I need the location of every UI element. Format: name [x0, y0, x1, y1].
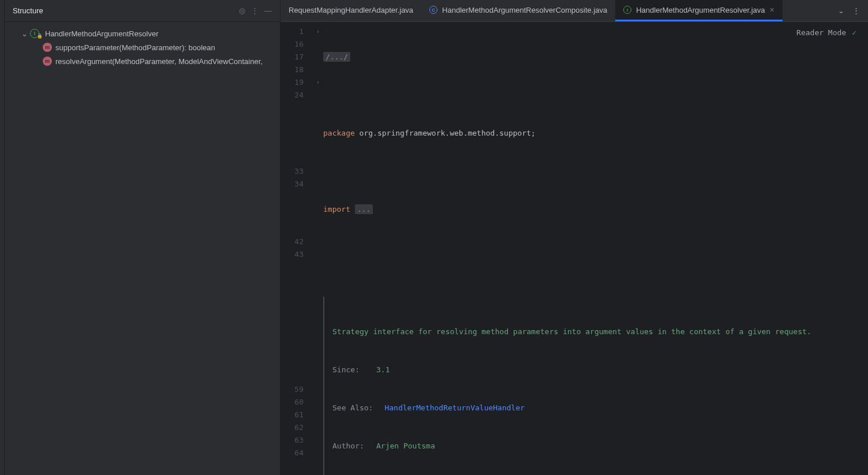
fold-icon[interactable]: › — [313, 76, 323, 89]
line-number: 33 — [280, 165, 313, 178]
chevron-down-icon[interactable]: ⌄ — [21, 30, 28, 37]
gutter: 1 16 17 18 19 24 33 34 42 43 59 60 61 62… — [280, 22, 313, 475]
structure-title: Structure — [13, 6, 239, 15]
method-icon: m — [43, 43, 52, 52]
interface-icon: I — [623, 6, 631, 14]
tree-node-method[interactable]: m resolveArgument(MethodParameter, Model… — [5, 54, 280, 68]
tree-node-method[interactable]: m supportsParameter(MethodParameter): bo… — [5, 40, 280, 54]
structure-header: Structure ◎ ⋮ — — [5, 0, 280, 22]
keyword: package — [323, 129, 355, 137]
tab-resolver[interactable]: I HandlerMethodArgumentResolver.java × — [615, 0, 782, 21]
javadoc-author-label: Author: — [332, 441, 365, 451]
line-number: 18 — [280, 63, 313, 76]
line-number: 16 — [280, 38, 313, 51]
javadoc-see-label: See Also: — [332, 403, 373, 413]
javadoc-author: Arjen Poutsma — [376, 441, 868, 451]
chevron-down-icon[interactable]: ⌄ — [838, 6, 844, 15]
javadoc-since: 3.1 — [376, 365, 868, 375]
method-icon: m — [43, 57, 52, 66]
line-number: 24 — [280, 89, 313, 102]
reader-mode-label: Reader Mode — [796, 27, 846, 39]
tab-request-mapping[interactable]: RequestMappingHandlerAdapter.java — [280, 0, 421, 21]
editor-tabs: RequestMappingHandlerAdapter.java C Hand… — [280, 0, 868, 22]
editor-body[interactable]: Reader Mode ✓ 1 16 17 18 19 24 33 34 42 … — [280, 22, 868, 475]
line-number: 34 — [280, 178, 313, 190]
class-icon: C — [429, 6, 437, 14]
reader-mode-badge[interactable]: Reader Mode ✓ — [794, 25, 859, 40]
tab-label: HandlerMethodArgumentResolverComposite.j… — [442, 6, 607, 14]
line-number: 63 — [280, 434, 313, 447]
close-icon[interactable]: × — [770, 5, 775, 14]
structure-tree: ⌄ I 🔒 HandlerMethodArgumentResolver m su… — [5, 22, 280, 73]
tree-node-root[interactable]: ⌄ I 🔒 HandlerMethodArgumentResolver — [5, 27, 280, 40]
line-number: 62 — [280, 421, 313, 434]
more-icon[interactable]: ⋮ — [251, 6, 259, 15]
keyword: import — [323, 205, 350, 214]
tab-label: HandlerMethodArgumentResolver.java — [636, 6, 765, 14]
line-number: 1 — [280, 25, 313, 38]
line-number: 59 — [280, 383, 313, 396]
javadoc-desc: Strategy interface for resolving method … — [332, 326, 684, 338]
javadoc-link[interactable]: HandlerMethodReturnValueHandler — [384, 403, 525, 412]
line-number: 60 — [280, 396, 313, 409]
line-number: 43 — [280, 248, 313, 261]
editor-area: RequestMappingHandlerAdapter.java C Hand… — [280, 0, 868, 475]
view-options-icon[interactable]: ◎ — [239, 6, 245, 15]
package-name: org.springframework.web.method.support; — [355, 129, 536, 137]
line-number: 61 — [280, 409, 313, 421]
javadoc-block: Strategy interface for resolving method … — [323, 297, 868, 475]
tab-label: RequestMappingHandlerAdapter.java — [289, 6, 413, 14]
tab-resolver-composite[interactable]: C HandlerMethodArgumentResolverComposite… — [421, 0, 615, 21]
javadoc-since-label: Since: — [332, 365, 365, 375]
code-content[interactable]: /.../ package org.springframework.web.me… — [323, 22, 868, 475]
folded-region[interactable]: ... — [355, 204, 373, 214]
tree-label: supportsParameter(MethodParameter): bool… — [55, 43, 215, 52]
minimize-icon[interactable]: — — [264, 6, 272, 15]
tree-label: resolveArgument(MethodParameter, ModelAn… — [55, 57, 263, 66]
line-number: 19 — [280, 76, 313, 89]
lock-icon: 🔒 — [37, 33, 43, 39]
structure-panel: Structure ◎ ⋮ — ⌄ I 🔒 HandlerMethodArgum… — [5, 0, 280, 475]
folded-region[interactable]: /.../ — [323, 52, 350, 62]
fold-column: › › — [313, 22, 323, 475]
check-icon: ✓ — [852, 27, 856, 39]
line-number: 64 — [280, 447, 313, 459]
tool-rail — [0, 0, 5, 475]
tree-label: HandlerMethodArgumentResolver — [45, 29, 159, 38]
more-icon[interactable]: ⋮ — [852, 6, 860, 15]
line-number: 17 — [280, 51, 313, 63]
line-number: 42 — [280, 235, 313, 248]
fold-icon[interactable]: › — [313, 25, 323, 38]
